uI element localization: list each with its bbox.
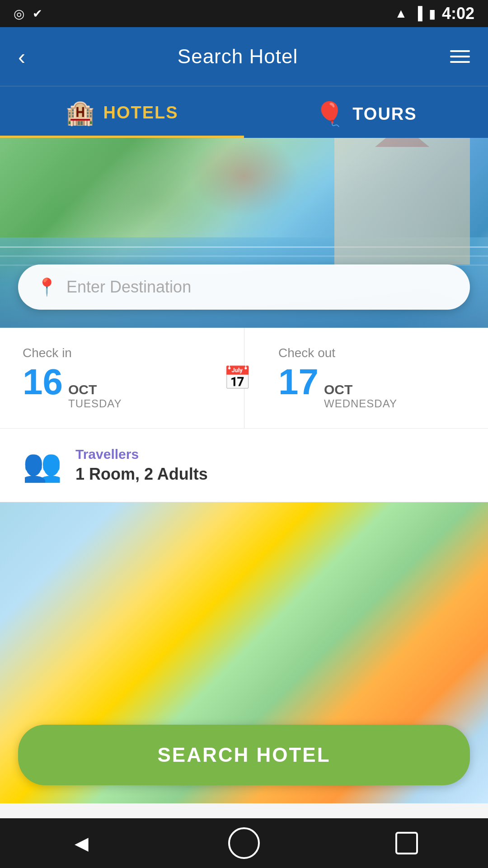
checkin-weekday: TUESDAY [68,397,122,410]
checkin-label: Check in [23,346,210,360]
travellers-info: Travellers 1 Room, 2 Adults [75,447,208,484]
checkout-day: 17 [278,364,319,400]
check-icon: ✔ [33,7,42,21]
recent-square-icon [395,832,418,854]
checkout-weekday: WEDNESDAY [324,397,397,410]
back-button[interactable]: ‹ [18,44,25,69]
checkout-date: 17 OCT WEDNESDAY [278,364,465,410]
checkout-month: OCT [324,382,397,397]
page-title: Search Hotel [178,45,298,68]
checkin-month: OCT [68,382,122,397]
travellers-section[interactable]: 👥 Travellers 1 Room, 2 Adults [0,429,488,502]
nav-recent-button[interactable] [389,825,425,861]
date-section[interactable]: Check in 16 OCT TUESDAY 📅 Check out 17 O… [0,328,488,429]
destination-input[interactable] [66,278,452,297]
checkout-block[interactable]: Check out 17 OCT WEDNESDAY [265,346,465,410]
checkout-month-day: OCT WEDNESDAY [324,382,397,410]
status-right-icons: ▲ ▐ ▮ 4:02 [394,4,474,23]
home-circle-icon [228,827,260,859]
travellers-detail: 1 Room, 2 Adults [75,465,208,484]
hero-section: 📍 [0,138,488,328]
checkin-date: 16 OCT TUESDAY [23,364,210,410]
travellers-label: Travellers [75,447,208,462]
location-icon: 📍 [36,277,57,297]
calendar-divider: 📅 [210,365,265,391]
circle-icon: ◎ [14,6,24,21]
tours-icon: 🎈 [315,100,344,128]
bottom-navigation: ◀ [0,818,488,868]
status-left-icons: ◎ ✔ [14,6,42,21]
header: ‹ Search Hotel [0,27,488,86]
building-visual [334,138,470,264]
wifi-icon: ▲ [394,6,407,21]
battery-icon: ▮ [429,6,436,21]
nav-home-button[interactable] [226,825,262,861]
checkin-month-day: OCT TUESDAY [68,382,122,410]
travellers-icon: 👥 [23,447,62,484]
status-bar: ◎ ✔ ▲ ▐ ▮ 4:02 [0,0,488,27]
main-content: 📍 Check in 16 OCT TUESDAY 📅 Check out [0,138,488,803]
colorful-background: SEARCH HOTEL [0,502,488,803]
hotels-icon: 🏨 [66,99,95,127]
menu-button[interactable] [450,50,470,63]
signal-icon: ▐ [413,6,422,21]
destination-field-wrapper[interactable]: 📍 [18,264,470,310]
calendar-icon: 📅 [223,365,251,391]
tab-bar: 🏨 HOTELS 🎈 TOURS [0,86,488,138]
tab-tours-label: TOURS [352,104,417,124]
tab-hotels[interactable]: 🏨 HOTELS [0,86,244,138]
status-time: 4:02 [442,4,474,23]
search-hotel-button[interactable]: SEARCH HOTEL [18,725,470,785]
nav-back-button[interactable]: ◀ [63,825,99,861]
tab-tours[interactable]: 🎈 TOURS [244,86,488,138]
checkin-day: 16 [23,364,63,400]
checkin-block[interactable]: Check in 16 OCT TUESDAY [23,346,210,410]
tab-hotels-label: HOTELS [103,103,178,123]
search-button-wrapper: SEARCH HOTEL [0,725,488,803]
checkout-label: Check out [278,346,465,360]
